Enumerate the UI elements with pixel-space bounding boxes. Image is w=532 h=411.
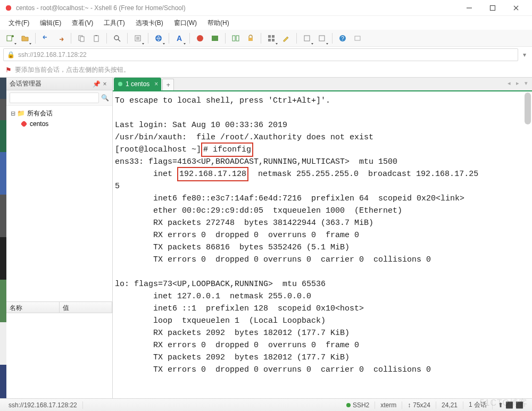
status-size: ↕ 75x24: [402, 401, 436, 409]
hint-text: 要添加当前会话，点击左侧的箭头按钮。: [15, 65, 130, 74]
help-button[interactable]: ?: [336, 31, 350, 45]
pin-icon[interactable]: 📌: [92, 80, 101, 88]
minimize-button[interactable]: [458, 1, 481, 15]
svg-rect-10: [95, 35, 97, 36]
expand-icon[interactable]: ⊟: [11, 110, 17, 117]
desktop-background-peek: [0, 78, 6, 398]
menu-help[interactable]: 帮助(H): [202, 16, 235, 30]
quick-connect-button[interactable]: [152, 31, 165, 45]
col-value[interactable]: 值: [60, 302, 113, 313]
panel-close-icon[interactable]: ×: [101, 80, 109, 88]
toolbar-separator: [169, 33, 169, 44]
col-name[interactable]: 名称: [6, 302, 60, 313]
tree-root-node[interactable]: ⊟ 📁 所有会话: [7, 108, 111, 119]
tab-centos[interactable]: 1 centos ×: [114, 78, 161, 90]
new-session-button[interactable]: [3, 31, 17, 45]
copy-button[interactable]: [74, 31, 88, 45]
terminal-scrollbar-thumb[interactable]: [525, 93, 531, 124]
tab-prev-icon[interactable]: ◂: [505, 80, 513, 87]
menu-window[interactable]: 窗口(W): [169, 16, 202, 30]
folder-icon: 📁: [17, 110, 25, 117]
session-tree[interactable]: ⊟ 📁 所有会话 centos: [6, 106, 112, 301]
tab-list-icon[interactable]: ▾: [522, 80, 530, 87]
terminal-line: inet6 ::1 prefixlen 128 scopeid 0x10<hos…: [115, 304, 364, 313]
disconnect-button[interactable]: [54, 31, 68, 45]
lock-icon: 🔒: [7, 51, 15, 58]
terminal-line: TX packets 86816 bytes 5352426 (5.1 MiB): [115, 243, 350, 252]
menu-edit[interactable]: 编辑(E): [35, 16, 66, 30]
terminal-output[interactable]: To escape to local shell, press 'Ctrl+Al…: [113, 91, 532, 398]
tab-close-icon[interactable]: ×: [154, 80, 158, 88]
extra-button[interactable]: [351, 31, 364, 45]
svg-line-12: [118, 39, 120, 41]
status-term: xterm: [375, 401, 402, 409]
close-button[interactable]: [504, 1, 528, 15]
color-scheme-button[interactable]: [208, 31, 222, 45]
toolbar-separator: [71, 33, 71, 44]
properties-grid-body: [6, 313, 112, 398]
terminal-line: Last login: Sat Aug 10 00:33:36 2019: [115, 121, 287, 130]
font-button[interactable]: A: [172, 31, 186, 45]
svg-rect-22: [248, 38, 253, 41]
svg-rect-21: [236, 36, 239, 41]
menu-tabs[interactable]: 选项卡(B): [130, 16, 169, 30]
host-icon: [20, 120, 28, 128]
address-dropdown-button[interactable]: ▾: [520, 51, 529, 58]
reconnect-button[interactable]: [39, 31, 53, 45]
menu-file[interactable]: 文件(F): [3, 16, 35, 30]
svg-point-11: [114, 36, 119, 40]
status-protocol-text: SSH2: [353, 401, 369, 409]
layout-button[interactable]: [229, 31, 243, 45]
tree-item-centos[interactable]: centos: [7, 119, 111, 129]
status-sessions: 1 会话: [463, 400, 493, 409]
terminal-line: RX errors 0 dropped 0 overruns 0 frame 0: [115, 231, 359, 240]
settings-button[interactable]: [300, 31, 314, 45]
tab-next-icon[interactable]: ▸: [514, 80, 521, 87]
window-title: centos - root@localhost:~ - Xshell 6 (Fr…: [16, 4, 458, 12]
main-area: 会话管理器 📌 × 🔍 ⊟ 📁 所有会话 centos 名称 值: [0, 78, 532, 398]
search-icon[interactable]: 🔍: [101, 94, 109, 102]
terminal-line: inet: [115, 170, 177, 179]
highlight-ip: 192.168.17.128: [177, 167, 248, 181]
paste-button[interactable]: [89, 31, 103, 45]
menu-tools[interactable]: 工具(T): [98, 16, 130, 30]
address-bar: 🔒 ssh://192.168.17.128:22 ▾: [0, 47, 532, 63]
open-session-button[interactable]: [18, 31, 32, 45]
svg-rect-31: [355, 36, 360, 40]
window-controls: [458, 1, 528, 15]
svg-point-18: [197, 35, 203, 41]
status-protocol: SSH2: [341, 401, 375, 409]
tile-button[interactable]: [264, 31, 278, 45]
scroll-icon: ⬛: [516, 401, 523, 409]
hint-bar: ⚑ 要添加当前会话，点击左侧的箭头按钮。: [0, 63, 532, 78]
terminal-line: inet6 fe80::e3c7:14af:6e4d:7216 prefixle…: [115, 194, 464, 203]
maximize-button[interactable]: [481, 1, 504, 15]
new-tab-button[interactable]: +: [162, 79, 174, 90]
status-connection-text: ssh://192.168.17.128:22: [9, 401, 77, 409]
flag-icon: ⚑: [5, 66, 12, 74]
session-search-input[interactable]: [10, 93, 99, 103]
session-manager-title: 会话管理器: [10, 79, 41, 88]
highlight-command: # ifconfig: [201, 142, 253, 157]
xshell-button[interactable]: [193, 31, 207, 45]
toolbar-separator: [332, 33, 332, 44]
svg-rect-25: [268, 39, 271, 41]
status-cursor-text: 24,21: [442, 401, 458, 409]
app-icon: [4, 4, 13, 12]
lock-button[interactable]: [244, 31, 257, 45]
svg-rect-27: [304, 36, 310, 41]
history-button[interactable]: [315, 31, 329, 45]
svg-rect-8: [80, 37, 84, 41]
svg-rect-26: [272, 39, 275, 41]
status-sessions-text: 1 会话: [469, 400, 487, 409]
session-manager-panel: 会话管理器 📌 × 🔍 ⊟ 📁 所有会话 centos 名称 值: [6, 78, 113, 398]
properties-button[interactable]: [131, 31, 145, 45]
terminal-line: ens33: flags=4163<UP,BROADCAST,RUNNING,M…: [115, 157, 397, 166]
status-term-text: xterm: [380, 401, 396, 409]
address-field[interactable]: 🔒 ssh://192.168.17.128:22: [3, 48, 518, 61]
menu-view[interactable]: 查看(V): [66, 16, 98, 30]
terminal-line: RX errors 0 dropped 0 overruns 0 frame 0: [115, 341, 359, 350]
find-button[interactable]: [110, 31, 124, 45]
tab-nav: ◂ ▸ ▾: [505, 80, 530, 87]
highlight-button[interactable]: [279, 31, 293, 45]
